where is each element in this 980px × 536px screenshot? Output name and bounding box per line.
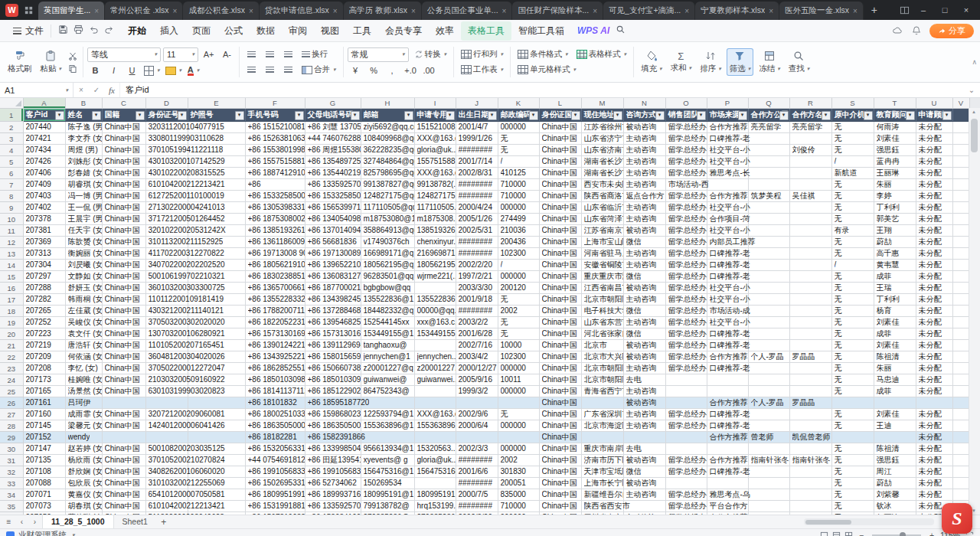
filter-button[interactable] (942, 111, 952, 120)
cell[interactable]: ######## (456, 191, 498, 202)
currency-format-button[interactable]: ¥ (348, 64, 364, 77)
cell[interactable]: 包欣辰 (女) (65, 478, 102, 489)
column-letter[interactable]: F (245, 98, 305, 109)
cell[interactable]: 500106199702210321 (145, 271, 188, 283)
cell[interactable] (188, 225, 245, 237)
cell[interactable]: 未分配 (916, 248, 952, 260)
cell[interactable] (414, 432, 456, 443)
cell[interactable]: China中国 (102, 225, 145, 237)
cell[interactable] (952, 386, 969, 397)
cell[interactable]: 15647531682( (414, 466, 456, 478)
cell[interactable]: 2003/4/2 (456, 351, 498, 363)
cell[interactable]: 留学总经办 (665, 512, 707, 515)
header-cell[interactable]: 现住地址 (581, 109, 623, 122)
cell[interactable]: 胡睿琪 (女) (65, 179, 102, 191)
cell[interactable]: 留学总经办 (665, 145, 707, 156)
cut-button[interactable] (68, 51, 77, 60)
cell[interactable]: 主动咨询 (623, 145, 665, 156)
cell[interactable]: 四川省南充市 (581, 512, 623, 515)
filter-button[interactable] (779, 111, 789, 120)
cell[interactable]: 2001/7/14 (456, 156, 498, 168)
row-number[interactable]: 28 (0, 420, 23, 432)
cell[interactable]: +86 17882007112 (245, 306, 305, 317)
cell[interactable]: China中国 (539, 420, 581, 432)
cell[interactable]: +86 1863505000 (305, 420, 361, 432)
cell[interactable]: 刘俊伶 (789, 145, 831, 156)
cell[interactable]: +86 刘慧 13705212 (305, 122, 361, 133)
cell[interactable]: 舒欣娴 (女) (65, 466, 102, 478)
cell[interactable] (952, 328, 969, 340)
column-letter[interactable]: P (707, 98, 748, 109)
cell[interactable]: China中国 (539, 397, 581, 409)
cell[interactable]: +86 田延139541 (305, 455, 361, 466)
cell[interactable]: 135522836@1 (361, 294, 414, 306)
cell[interactable] (188, 283, 245, 294)
row-number[interactable]: 34 (0, 489, 23, 501)
cell[interactable]: jennychen@1 (361, 351, 414, 363)
cell[interactable]: China中国 (539, 478, 581, 489)
cell[interactable]: 袁文仟 (女) (65, 328, 102, 340)
cell[interactable]: +86 19910568331 (245, 466, 305, 478)
cell[interactable]: 刘姝彤 (女) (65, 156, 102, 168)
cell[interactable]: 无 (831, 133, 874, 145)
cell[interactable]: 西安市未央区 (581, 179, 623, 191)
cell[interactable]: China中国 (539, 156, 581, 168)
cell[interactable]: China中国 (102, 443, 145, 455)
cell[interactable] (789, 363, 831, 374)
cell[interactable]: 207304 (23, 260, 65, 271)
cell[interactable] (789, 294, 831, 306)
cell[interactable]: 蓝冉冉 (874, 156, 916, 168)
cell[interactable]: China中国 (102, 328, 145, 340)
cell[interactable]: 207369 (23, 237, 65, 248)
cell[interactable] (748, 156, 789, 168)
cell[interactable]: +86 15538019986 (245, 145, 305, 156)
filter-button[interactable] (655, 111, 665, 120)
cell[interactable]: 无 (831, 294, 874, 306)
cell[interactable]: China中国 (102, 145, 145, 156)
cell[interactable]: 2002 (498, 455, 539, 466)
cell[interactable]: 2000/7/5 (456, 489, 498, 501)
column-letter[interactable]: L (539, 98, 581, 109)
cell[interactable]: 330801199903110628 (145, 133, 188, 145)
cell[interactable]: China中国 (539, 191, 581, 202)
cell[interactable]: 留学总经办 (665, 363, 707, 374)
cell[interactable]: 曾老师 (748, 432, 789, 443)
cell[interactable] (188, 202, 245, 214)
cell[interactable]: 江西省南昌市 (581, 283, 623, 294)
decrease-decimal-button[interactable]: .00 (421, 64, 437, 77)
cell[interactable]: 654101200007050581 (145, 489, 188, 501)
cell[interactable]: 430103200107142529 (145, 156, 188, 168)
cell[interactable]: 刘昃曦 (女) (65, 260, 102, 271)
cell[interactable]: 合作方推荐 (707, 512, 748, 515)
document-tab[interactable]: 贷款申请信息.xlsx× (260, 2, 344, 20)
cell[interactable] (188, 271, 245, 283)
cell[interactable]: 丁利利 (874, 202, 916, 214)
next-sheet-icon[interactable]: › (29, 518, 41, 526)
cell[interactable]: 内部员工推荐 (707, 237, 748, 248)
cell[interactable]: 无 (831, 317, 874, 328)
cell[interactable] (952, 225, 969, 237)
cell[interactable]: 未分配 (916, 420, 952, 432)
column-letter[interactable]: O (665, 98, 707, 109)
cell[interactable] (748, 328, 789, 340)
cell[interactable]: 无 (831, 443, 874, 455)
cell[interactable] (188, 489, 245, 501)
cell[interactable]: ######## (456, 145, 498, 156)
cell[interactable]: 陈子逸 (男) (65, 122, 102, 133)
cell[interactable]: +86 19713008 90 (245, 248, 305, 260)
cell[interactable]: China中国 (102, 351, 145, 363)
cell[interactable]: 未分配 (916, 455, 952, 466)
cell[interactable]: +86 周煜15538012 (305, 145, 361, 156)
tab-close-icon[interactable]: × (411, 7, 416, 15)
cell[interactable]: 200051 (498, 478, 539, 489)
cell[interactable] (188, 122, 245, 133)
cell[interactable]: 无 (831, 328, 874, 340)
enter-icon[interactable]: ✓ (89, 86, 104, 94)
cell[interactable] (952, 202, 969, 214)
cell[interactable] (748, 260, 789, 271)
menu-tab[interactable]: 表格工具 (461, 21, 511, 41)
cell[interactable]: China中国 (102, 306, 145, 317)
cell[interactable] (188, 214, 245, 225)
cell[interactable]: 被动咨询 (623, 225, 665, 237)
cell[interactable] (188, 512, 245, 515)
